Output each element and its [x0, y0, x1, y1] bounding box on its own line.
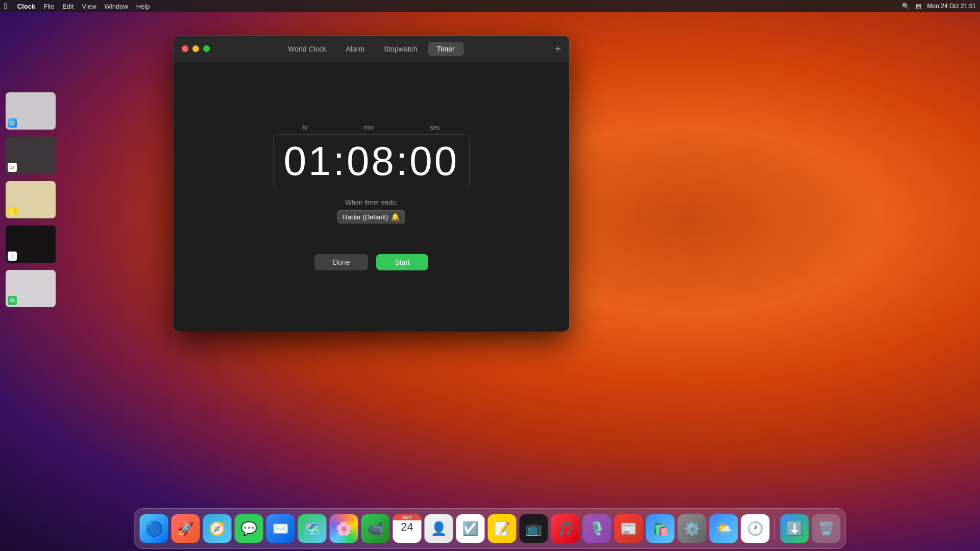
when-timer-ends-label: When timer ends:: [346, 198, 398, 206]
sound-selector[interactable]: Radar (Default) 🔔: [337, 210, 406, 223]
sidebar-safari-icon: 🧭: [8, 118, 17, 128]
dock-divider: [775, 518, 775, 539]
calendar-day: 24: [401, 520, 413, 534]
tab-bar: World Clock Alarm Stopwatch Timer: [279, 42, 463, 56]
timer-labels: hr min sec: [292, 123, 451, 131]
tab-alarm[interactable]: Alarm: [337, 42, 374, 56]
dock-messages[interactable]: 💬: [235, 514, 263, 543]
sidebar-messages-icon: 💬: [8, 296, 17, 305]
menu-control-center[interactable]: ▤: [916, 3, 921, 10]
sidebar-thumb-safari[interactable]: 🧭: [5, 92, 56, 130]
done-button[interactable]: Done: [314, 254, 368, 270]
start-button[interactable]: Start: [376, 254, 428, 270]
add-button[interactable]: +: [555, 44, 561, 54]
dock-podcasts[interactable]: 🎙️: [583, 514, 611, 543]
title-bar: World Clock Alarm Stopwatch Timer +: [174, 36, 569, 62]
dock: 🔵 🚀 🧭 💬 ✉️ 🗺️ 🌸 📹: [134, 508, 846, 549]
menu-edit[interactable]: Edit: [62, 3, 74, 10]
maximize-button[interactable]: [203, 45, 210, 52]
tab-stopwatch[interactable]: Stopwatch: [375, 42, 426, 56]
hr-label: hr: [303, 123, 309, 131]
dock-facetime[interactable]: 📹: [361, 514, 390, 543]
menu-bar-right: 🔍 ▤ Mon 24 Oct 21:51: [902, 3, 976, 10]
dock-launchpad[interactable]: 🚀: [172, 514, 200, 543]
window-controls: [182, 45, 210, 52]
dock-mail[interactable]: ✉️: [266, 514, 295, 543]
dock-appletv[interactable]: 📺: [520, 514, 548, 543]
menu-window[interactable]: Window: [105, 3, 128, 10]
dock-clock[interactable]: 🕐: [741, 514, 770, 543]
sidebar-thumb-notes[interactable]: 📝: [5, 181, 56, 219]
desktop:  Clock File Edit View Window Help 🔍 ▤ M…: [0, 0, 980, 551]
sidebar-thumb-calendar[interactable]: 17: [5, 136, 56, 174]
timer-display-wrapper[interactable]: 01:08:00: [273, 134, 470, 188]
sidebar-clock-icon: 🕐: [8, 252, 17, 261]
dock-safari[interactable]: 🧭: [203, 514, 232, 543]
sidebar-notes-icon: 📝: [8, 207, 17, 216]
tab-world-clock[interactable]: World Clock: [279, 42, 335, 56]
dock-news[interactable]: 📰: [615, 514, 643, 543]
calendar-month: OCT: [393, 514, 422, 520]
dock-calendar[interactable]: OCT 24: [393, 514, 422, 543]
dock-trash[interactable]: 🗑️: [812, 514, 841, 543]
sec-label: sec: [430, 123, 440, 131]
menu-search-icon[interactable]: 🔍: [902, 3, 910, 10]
menu-file[interactable]: File: [43, 3, 54, 10]
apple-menu[interactable]: : [4, 2, 7, 11]
minimize-button[interactable]: [192, 45, 199, 52]
timer-content: hr min sec 01:08:00 When timer ends: Rad…: [174, 62, 569, 332]
dock-downloads[interactable]: ⬇️: [780, 514, 809, 543]
close-button[interactable]: [182, 45, 188, 52]
dock-music[interactable]: 🎵: [551, 514, 580, 543]
dock-reminders[interactable]: ☑️: [456, 514, 485, 543]
dock-weather[interactable]: 🌤️: [709, 514, 738, 543]
timer-display[interactable]: 01:08:00: [284, 139, 459, 184]
sidebar: 🧭 17 📝 🕐 💬: [0, 15, 61, 505]
sidebar-thumb-clock[interactable]: 🕐: [5, 225, 56, 263]
button-row: Done Start: [314, 254, 428, 270]
min-label: min: [364, 123, 375, 131]
sound-label: Radar (Default): [343, 213, 388, 221]
dock-notes[interactable]: 📝: [488, 514, 517, 543]
tab-timer[interactable]: Timer: [427, 42, 463, 56]
sidebar-calendar-icon: 17: [8, 163, 17, 172]
menu-bar:  Clock File Edit View Window Help 🔍 ▤ M…: [0, 0, 980, 12]
dock-appstore[interactable]: 🛍️: [646, 514, 675, 543]
dock-finder[interactable]: 🔵: [140, 514, 168, 543]
dock-contacts[interactable]: 👤: [425, 514, 453, 543]
dock-settings[interactable]: ⚙️: [678, 514, 706, 543]
menu-datetime: Mon 24 Oct 21:51: [927, 3, 976, 10]
dock-photos[interactable]: 🌸: [330, 514, 358, 543]
sound-emoji: 🔔: [391, 213, 400, 221]
sidebar-thumb-notes2[interactable]: 💬: [5, 269, 56, 308]
menu-help[interactable]: Help: [136, 3, 150, 10]
clock-window: World Clock Alarm Stopwatch Timer + hr m…: [174, 36, 569, 332]
dock-maps[interactable]: 🗺️: [298, 514, 327, 543]
menu-bar-left:  Clock File Edit View Window Help: [4, 2, 150, 11]
menu-view[interactable]: View: [82, 3, 96, 10]
menu-app-name[interactable]: Clock: [17, 3, 35, 10]
